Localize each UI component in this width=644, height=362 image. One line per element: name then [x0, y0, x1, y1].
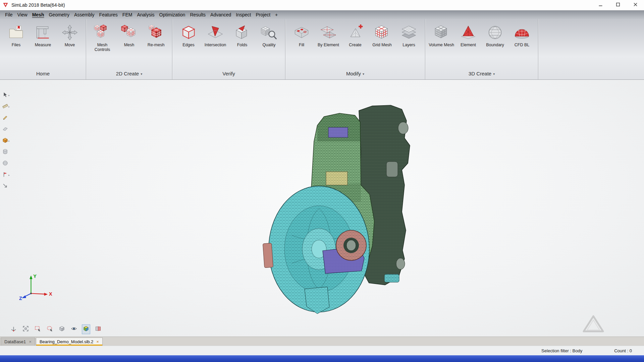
viewport-toolbar — [9, 324, 102, 334]
fill-icon — [293, 24, 310, 41]
bottom-tool-visibility[interactable] — [70, 324, 78, 334]
minimize-button[interactable] — [592, 0, 609, 10]
menu-item-fem[interactable]: FEM — [120, 11, 135, 18]
left-tool-plane[interactable] — [2, 126, 8, 133]
bottom-tool-box-select[interactable] — [34, 324, 42, 334]
document-tab-label: DataBase1 — [4, 339, 26, 344]
menu-item-advanced[interactable]: Advanced — [208, 11, 233, 18]
volume-mesh-icon — [433, 24, 450, 41]
bottom-tool-display-cube[interactable] — [58, 324, 66, 334]
left-tool-sphere[interactable] — [2, 160, 8, 167]
ribbon-button-intersection[interactable]: Intersection — [202, 22, 229, 47]
menu-item-results[interactable]: Results — [187, 11, 208, 18]
ribbon-button-measure[interactable]: Measure — [30, 22, 56, 47]
ribbon-button-layers[interactable]: Layers — [395, 22, 422, 47]
ribbon-button-files[interactable]: Files — [3, 22, 30, 47]
ribbon-group-2d-create: Mesh ControlsMeshRe-mesh2D Create▾ — [86, 19, 172, 79]
ribbon-button-create[interactable]: Create — [342, 22, 369, 47]
ribbon-button-label: Move — [65, 43, 75, 47]
ribbon-button-grid-mesh[interactable]: Grid Mesh — [369, 22, 395, 47]
ribbon-button-boundary[interactable]: Boundary — [482, 22, 508, 47]
left-tool-cylinder[interactable] — [2, 149, 8, 156]
left-tool-transform[interactable] — [2, 183, 8, 190]
ribbon-button-move[interactable]: Move — [56, 22, 83, 47]
folds-icon — [233, 24, 251, 41]
menu-item-assembly[interactable]: Assembly — [72, 11, 97, 18]
taskbar-strip — [0, 355, 644, 362]
left-tool-flag[interactable]: ▸ — [2, 172, 10, 179]
model-bearing-demo[interactable] — [258, 101, 416, 321]
ribbon-button-label: Boundary — [486, 43, 504, 47]
menu-item-file[interactable]: File — [3, 11, 15, 18]
ribbon-button-fill[interactable]: Fill — [288, 22, 315, 47]
ribbon-button-label: Layers — [402, 43, 415, 47]
left-tool-measure[interactable]: ▸ — [2, 103, 10, 110]
menu-item-analysis[interactable]: Analysis — [135, 11, 157, 18]
ribbon-button-label: CFD BL — [515, 43, 529, 47]
dropdown-caret-icon: ▾ — [493, 71, 495, 76]
window-controls — [592, 0, 644, 10]
diagonal-arrow-icon — [2, 183, 8, 190]
ribbon-button-element[interactable]: Element — [455, 22, 482, 47]
close-icon — [633, 2, 638, 8]
status-bar: Selection filter : Body Count : 0 — [0, 346, 644, 355]
ribbon-button-edges[interactable]: Edges — [175, 22, 202, 47]
ribbon-button-label: Re-mesh — [148, 43, 165, 47]
ribbon-button-label: Create — [349, 43, 362, 47]
bottom-tool-fit-view[interactable] — [21, 324, 30, 334]
document-tab-database1[interactable]: DataBase1× — [1, 338, 35, 346]
menu-item-project[interactable]: Project — [253, 11, 273, 18]
ribbon-group-label-3d-create[interactable]: 3D Create▾ — [425, 67, 538, 79]
left-toolbar: ▸▸▸▸ — [1, 92, 14, 190]
left-tool-select[interactable]: ▸ — [2, 92, 10, 99]
plane-icon — [2, 126, 8, 133]
title-bar: SimLab 2018 Beta(64-bit) — [0, 0, 644, 10]
tab-close-icon[interactable]: × — [29, 339, 32, 344]
ribbon-group-label-2d-create[interactable]: 2D Create▾ — [86, 67, 172, 79]
cube-display-icon — [59, 325, 65, 333]
viewport-3d[interactable]: ▸▸▸▸ — [0, 80, 644, 337]
bottom-tool-section[interactable] — [94, 324, 102, 334]
document-tab-bearing-demo-model-slb-2[interactable]: Bearing_Demo_Model.slb.2× — [36, 338, 103, 346]
ribbon-group-label-text: Modify — [346, 71, 361, 76]
ribbon-group-modify: FillBy ElementCreateGrid MeshLayersModif… — [285, 19, 425, 79]
menu-item-mesh[interactable]: Mesh — [30, 11, 47, 18]
menu-item-features[interactable]: Features — [97, 11, 120, 18]
measure-icon — [34, 24, 52, 41]
menu-item-view[interactable]: View — [15, 11, 30, 18]
maximize-button[interactable] — [609, 0, 627, 10]
ribbon-button-label: Folds — [237, 43, 248, 47]
bottom-tool-lasso-select[interactable] — [46, 324, 54, 334]
bottom-tool-render-mode[interactable] — [82, 324, 90, 334]
ribbon-button-volume-mesh[interactable]: Volume Mesh — [428, 22, 455, 47]
ribbon-group-label-text: Home — [36, 71, 50, 76]
ribbon-button-by-element[interactable]: By Element — [315, 22, 342, 47]
minimize-icon — [598, 2, 603, 8]
lasso-select-icon — [47, 325, 53, 333]
ribbon-button-quality[interactable]: Quality — [256, 22, 282, 47]
left-tool-sketch[interactable] — [2, 115, 8, 122]
ribbon-button-re-mesh[interactable]: Re-mesh — [143, 22, 169, 47]
quality-icon — [260, 24, 278, 41]
ribbon-button-mesh-controls[interactable]: Mesh Controls — [89, 22, 116, 52]
edges-icon — [180, 24, 197, 41]
flyout-arrow-icon: ▸ — [8, 139, 10, 142]
boundary-icon — [486, 24, 504, 41]
left-tool-view-cube[interactable]: ▸ — [2, 137, 10, 144]
bottom-tool-origin[interactable] — [9, 324, 18, 334]
ribbon-button-folds[interactable]: Folds — [229, 22, 256, 47]
tab-close-icon[interactable]: × — [96, 339, 99, 344]
ribbon-group-label-text: Verify — [222, 71, 235, 76]
menu-item-optimization[interactable]: Optimization — [157, 11, 188, 18]
selection-filter-label: Selection filter : Body — [541, 348, 582, 353]
ribbon-button-cfd-bl[interactable]: CFD BL — [508, 22, 535, 47]
ribbon-group-3d-create: Volume MeshElementBoundaryCFD BL3D Creat… — [425, 19, 538, 79]
ribbon-button-mesh[interactable]: Mesh — [116, 22, 143, 47]
ribbon-group-label-modify[interactable]: Modify▾ — [285, 67, 425, 79]
mesh-icon — [120, 24, 138, 41]
menu-item-geometry[interactable]: Geometry — [46, 11, 71, 18]
menu-item-plus[interactable]: + — [273, 11, 280, 18]
menu-item-inspect[interactable]: Inspect — [233, 11, 253, 18]
remesh-icon — [147, 24, 165, 41]
close-button[interactable] — [627, 0, 644, 10]
